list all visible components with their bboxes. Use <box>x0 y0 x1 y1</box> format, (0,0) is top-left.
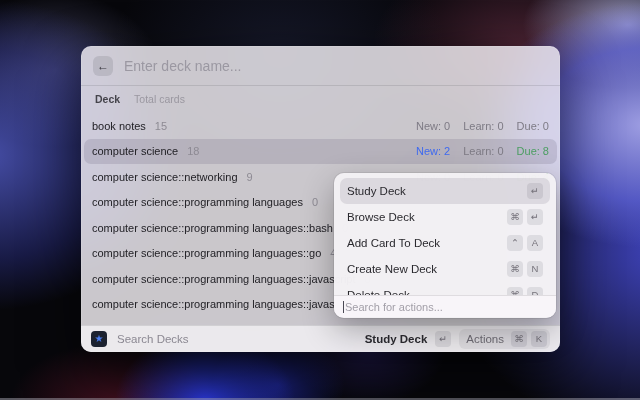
return-key-badge: ↵ <box>527 183 543 199</box>
text-cursor <box>343 301 344 313</box>
menu-item-label: Add Card To Deck <box>347 237 440 249</box>
stat-due: Due: 0 <box>517 120 549 132</box>
cmd-key-badge: ⌘ <box>507 287 523 295</box>
deck-name-input[interactable] <box>124 58 548 74</box>
actions-menu: Study Deck ↵ Browse Deck ⌘ ↵ Add Card To… <box>334 173 556 318</box>
k-key-badge: K <box>531 331 547 347</box>
stat-due: Due: 8 <box>517 145 549 157</box>
stat-learn: Learn: 0 <box>463 120 503 132</box>
status-bar: ★ Search Decks Study Deck ↵ Actions ⌘ K <box>81 325 560 352</box>
menu-item-browse-deck[interactable]: Browse Deck ⌘ ↵ <box>340 204 550 230</box>
return-key-badge: ↵ <box>527 209 543 225</box>
cmd-key-badge: ⌘ <box>511 331 527 347</box>
star-icon: ★ <box>95 334 104 344</box>
actions-label: Actions <box>466 333 504 345</box>
return-key-badge: ↵ <box>435 331 451 347</box>
stat-learn: Learn: 0 <box>463 145 503 157</box>
menu-item-study-deck[interactable]: Study Deck ↵ <box>340 178 550 204</box>
deck-total-count: 9 <box>247 171 253 183</box>
d-key-badge: D <box>527 287 543 295</box>
deck-total-count: 0 <box>312 196 318 208</box>
deck-total-count: 15 <box>155 120 167 132</box>
anki-app-icon: ★ <box>91 331 107 347</box>
back-button[interactable]: ← <box>93 56 113 76</box>
actions-menu-items: Study Deck ↵ Browse Deck ⌘ ↵ Add Card To… <box>334 173 556 295</box>
cmd-key-badge: ⌘ <box>507 209 523 225</box>
a-key-badge: A <box>527 235 543 251</box>
deck-name: book notes <box>92 120 146 132</box>
deck-name: computer science::programming languages:… <box>92 222 333 234</box>
stat-new: New: 0 <box>416 120 450 132</box>
actions-search <box>334 295 556 317</box>
deck-stats: New: 0 Learn: 0 Due: 0 <box>416 120 549 132</box>
deck-row-python[interactable]: computer science::programming languages:… <box>84 317 557 325</box>
menu-item-delete-deck[interactable]: Delete Deck ⌘ D <box>340 282 550 295</box>
back-arrow-icon: ← <box>97 59 109 73</box>
actions-button[interactable]: Actions ⌘ K <box>459 329 550 349</box>
deck-row-book-notes[interactable]: book notes 15 New: 0 Learn: 0 Due: 0 <box>84 113 557 139</box>
menu-item-label: Browse Deck <box>347 211 415 223</box>
deck-name: computer science::programming languages <box>92 196 303 208</box>
menu-item-add-card-to-deck[interactable]: Add Card To Deck ⌃ A <box>340 230 550 256</box>
actions-search-input[interactable] <box>345 301 547 313</box>
cmd-key-badge: ⌘ <box>507 261 523 277</box>
column-label-total-cards: Total cards <box>134 93 185 105</box>
menu-item-label: Create New Deck <box>347 263 437 275</box>
column-header: Deck Total cards <box>81 88 560 109</box>
window-header: ← <box>81 46 560 86</box>
menu-item-label: Study Deck <box>347 185 406 197</box>
column-label-deck: Deck <box>95 93 120 105</box>
menu-item-label: Delete Deck <box>347 289 410 295</box>
deck-stats: New: 2 Learn: 0 Due: 8 <box>416 145 549 157</box>
n-key-badge: N <box>527 261 543 277</box>
deck-name: computer science::programming languages:… <box>92 247 321 259</box>
primary-action-label[interactable]: Study Deck <box>365 333 428 345</box>
deck-name: computer science::networking <box>92 171 238 183</box>
app-label: Search Decks <box>117 333 189 345</box>
deck-row-computer-science[interactable]: computer science 18 New: 2 Learn: 0 Due:… <box>84 139 557 165</box>
ctrl-key-badge: ⌃ <box>507 235 523 251</box>
stat-new: New: 2 <box>416 145 450 157</box>
deck-name: computer science <box>92 145 178 157</box>
deck-total-count: 18 <box>187 145 199 157</box>
menu-item-create-new-deck[interactable]: Create New Deck ⌘ N <box>340 256 550 282</box>
deck-name: computer science::programming languages:… <box>92 273 356 285</box>
